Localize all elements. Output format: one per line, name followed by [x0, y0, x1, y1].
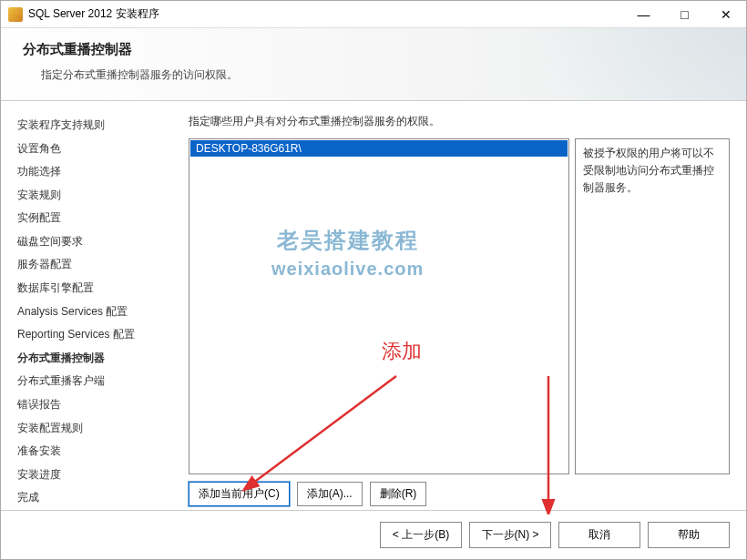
watermark: 老吴搭建教程 weixiaolive.com: [271, 226, 424, 280]
sidebar-step-5[interactable]: 磁盘空间要求: [17, 230, 172, 254]
add-user-button[interactable]: 添加(A)...: [297, 482, 363, 506]
page-header: 分布式重播控制器 指定分布式重播控制器服务的访问权限。: [1, 28, 746, 101]
sidebar-step-11[interactable]: 分布式重播客户端: [17, 370, 172, 393]
sidebar-step-0[interactable]: 安装程序支持规则: [17, 114, 172, 137]
window-controls: — □ ✕: [623, 1, 746, 27]
main-description: 指定哪些用户具有对分布式重播控制器服务的权限。: [189, 110, 730, 138]
back-button[interactable]: < 上一步(B): [380, 522, 462, 548]
installer-window: SQL Server 2012 安装程序 — □ ✕ 分布式重播控制器 指定分布…: [0, 0, 747, 560]
sidebar-step-4[interactable]: 实例配置: [17, 207, 172, 230]
step-sidebar: 安装程序支持规则设置角色功能选择安装规则实例配置磁盘空间要求服务器配置数据库引擎…: [17, 110, 172, 510]
sidebar-step-8[interactable]: Analysis Services 配置: [17, 300, 172, 324]
sidebar-step-10[interactable]: 分布式重播控制器: [17, 347, 172, 371]
permission-hint: 被授予权限的用户将可以不受限制地访问分布式重播控制器服务。: [575, 138, 730, 474]
sidebar-step-6[interactable]: 服务器配置: [17, 253, 172, 277]
sidebar-step-2[interactable]: 功能选择: [17, 160, 172, 184]
sidebar-step-13[interactable]: 安装配置规则: [17, 417, 172, 441]
user-panel: DESKTOP-836G61R\ 老吴搭建教程 weixiaolive.com …: [189, 138, 730, 474]
next-button[interactable]: 下一步(N) >: [469, 522, 551, 548]
user-list-item[interactable]: DESKTOP-836G61R\: [190, 140, 568, 157]
sidebar-step-16[interactable]: 完成: [17, 486, 172, 510]
sidebar-step-15[interactable]: 安装进度: [17, 463, 172, 487]
page-title: 分布式重播控制器: [23, 41, 724, 58]
window-title: SQL Server 2012 安装程序: [28, 6, 623, 22]
watermark-line2: weixiaolive.com: [271, 259, 424, 280]
close-button[interactable]: ✕: [705, 1, 746, 27]
user-buttons: 添加当前用户(C) 添加(A)... 删除(R): [189, 474, 730, 510]
wizard-footer: < 上一步(B) 下一步(N) > 取消 帮助: [1, 510, 746, 559]
maximize-button[interactable]: □: [664, 1, 705, 27]
content-body: 安装程序支持规则设置角色功能选择安装规则实例配置磁盘空间要求服务器配置数据库引擎…: [1, 101, 746, 510]
main-panel: 指定哪些用户具有对分布式重播控制器服务的权限。 DESKTOP-836G61R\…: [189, 110, 730, 510]
help-button[interactable]: 帮助: [648, 522, 730, 548]
sidebar-step-3[interactable]: 安装规则: [17, 184, 172, 208]
minimize-button[interactable]: —: [623, 1, 664, 27]
remove-user-button[interactable]: 删除(R): [370, 482, 427, 506]
add-current-user-button[interactable]: 添加当前用户(C): [189, 482, 290, 506]
cancel-button[interactable]: 取消: [558, 522, 640, 548]
sidebar-step-1[interactable]: 设置角色: [17, 137, 172, 161]
user-listbox[interactable]: DESKTOP-836G61R\ 老吴搭建教程 weixiaolive.com: [189, 138, 569, 474]
sidebar-step-7[interactable]: 数据库引擎配置: [17, 277, 172, 300]
titlebar: SQL Server 2012 安装程序 — □ ✕: [1, 1, 746, 28]
sidebar-step-14[interactable]: 准备安装: [17, 440, 172, 463]
watermark-line1: 老吴搭建教程: [271, 226, 424, 255]
app-icon: [8, 7, 23, 22]
sidebar-step-12[interactable]: 错误报告: [17, 393, 172, 417]
page-subtitle: 指定分布式重播控制器服务的访问权限。: [23, 67, 724, 83]
sidebar-step-9[interactable]: Reporting Services 配置: [17, 323, 172, 347]
